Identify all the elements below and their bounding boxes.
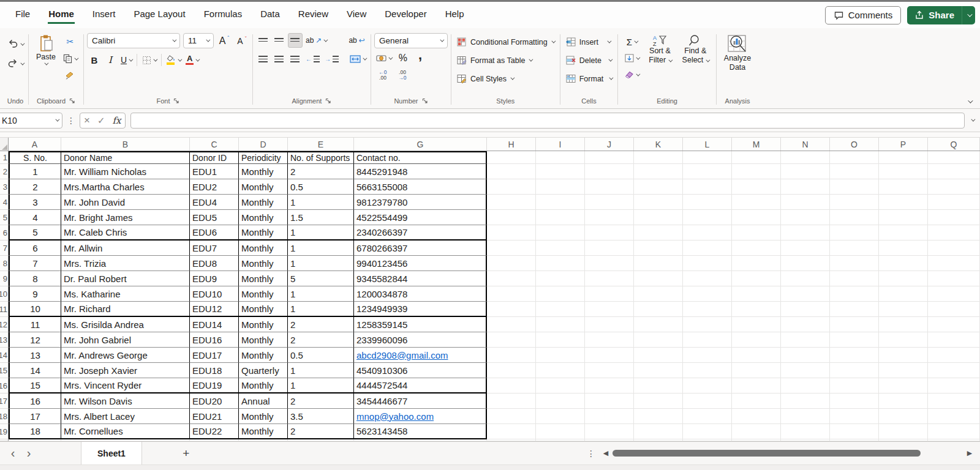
cell[interactable] — [683, 348, 732, 363]
cell[interactable] — [781, 241, 830, 256]
cell[interactable]: 9345582844 — [354, 271, 487, 286]
cell[interactable]: 17 — [9, 409, 61, 424]
decrease-decimal-button[interactable]: .00→0 — [395, 68, 410, 83]
row-header[interactable]: 15 — [0, 363, 9, 378]
align-top-button[interactable] — [256, 33, 271, 48]
column-header-C[interactable]: C — [190, 138, 239, 151]
cell[interactable] — [781, 409, 830, 424]
cell[interactable]: EDU20 — [190, 394, 239, 409]
menu-tab-file[interactable]: File — [6, 2, 39, 28]
cell[interactable]: Mr. John David — [61, 195, 190, 210]
cell[interactable] — [732, 256, 781, 271]
cell[interactable]: 15 — [9, 378, 61, 394]
cell[interactable]: EDU12 — [190, 302, 239, 317]
format-cells-button[interactable]: Format — [564, 71, 615, 86]
cell[interactable] — [585, 363, 634, 378]
cell[interactable] — [487, 317, 536, 332]
cell[interactable] — [487, 409, 536, 424]
cell[interactable] — [634, 317, 683, 332]
cell[interactable] — [928, 271, 980, 286]
cell[interactable] — [683, 164, 732, 179]
cell[interactable] — [585, 424, 634, 439]
comma-button[interactable]: , — [413, 51, 428, 65]
cell[interactable] — [732, 151, 781, 164]
cell[interactable] — [585, 348, 634, 363]
cell[interactable] — [634, 409, 683, 424]
cell[interactable]: No. of Supports — [288, 151, 354, 164]
cell[interactable] — [487, 302, 536, 317]
cell[interactable] — [487, 195, 536, 210]
cell[interactable]: 14 — [9, 363, 61, 378]
cell[interactable] — [536, 271, 585, 286]
cell[interactable]: 12 — [9, 332, 61, 348]
cell[interactable]: 18 — [9, 424, 61, 439]
cell[interactable] — [879, 151, 928, 164]
cell[interactable]: 1200034878 — [354, 286, 487, 302]
cell[interactable] — [928, 348, 980, 363]
accounting-format-button[interactable] — [374, 51, 393, 65]
cell[interactable] — [585, 195, 634, 210]
column-header-O[interactable]: O — [830, 138, 879, 151]
cell[interactable] — [830, 378, 879, 394]
cell[interactable] — [585, 225, 634, 241]
sheet-prev-icon[interactable]: ‹ — [5, 446, 21, 460]
cell[interactable] — [585, 332, 634, 348]
cell[interactable]: 0.5 — [288, 179, 354, 195]
cell[interactable] — [487, 271, 536, 286]
column-header-M[interactable]: M — [732, 138, 781, 151]
orientation-button[interactable]: ab↗ — [304, 33, 328, 48]
font-dialog-launcher[interactable] — [173, 98, 179, 104]
cell[interactable] — [634, 348, 683, 363]
cell[interactable]: 2339960096 — [354, 332, 487, 348]
font-color-button[interactable]: A — [184, 53, 200, 67]
cell[interactable] — [879, 241, 928, 256]
cell[interactable]: EDU7 — [190, 241, 239, 256]
cell[interactable] — [928, 241, 980, 256]
clear-button[interactable] — [622, 67, 641, 82]
cell[interactable] — [536, 332, 585, 348]
cell[interactable]: Monthly — [239, 225, 288, 241]
cell[interactable] — [781, 210, 830, 225]
cell[interactable] — [928, 378, 980, 394]
cell[interactable] — [683, 271, 732, 286]
cell[interactable] — [683, 210, 732, 225]
cell[interactable] — [536, 286, 585, 302]
row-header[interactable]: 3 — [0, 179, 9, 195]
cell[interactable] — [830, 210, 879, 225]
cell[interactable]: Ms. Katharine — [61, 286, 190, 302]
cell[interactable] — [879, 378, 928, 394]
column-header-K[interactable]: K — [634, 138, 683, 151]
cell[interactable] — [879, 348, 928, 363]
cell[interactable] — [536, 302, 585, 317]
formula-bar-expand-icon[interactable] — [971, 118, 975, 122]
cell[interactable]: 2 — [288, 164, 354, 179]
sheet-next-icon[interactable]: › — [21, 446, 37, 460]
cell[interactable] — [487, 332, 536, 348]
cell[interactable]: 2 — [288, 317, 354, 332]
row-header[interactable]: 2 — [0, 164, 9, 179]
cell[interactable]: EDU1 — [190, 164, 239, 179]
cell[interactable] — [732, 195, 781, 210]
cell[interactable] — [879, 409, 928, 424]
cell[interactable] — [487, 378, 536, 394]
cell[interactable]: 5 — [9, 225, 61, 241]
cell[interactable] — [536, 210, 585, 225]
delete-cells-button[interactable]: Delete — [564, 53, 614, 68]
cell[interactable] — [781, 302, 830, 317]
cell[interactable]: EDU22 — [190, 424, 239, 439]
cell[interactable]: Mrs.Martha Charles — [61, 179, 190, 195]
cell[interactable] — [634, 210, 683, 225]
cell[interactable] — [585, 179, 634, 195]
cell[interactable] — [879, 363, 928, 378]
cell[interactable] — [487, 210, 536, 225]
cell-styles-button[interactable]: Cell Styles — [454, 71, 516, 86]
menu-tab-data[interactable]: Data — [251, 2, 289, 28]
cell[interactable] — [928, 151, 980, 164]
cell[interactable]: Contact no. — [354, 151, 487, 164]
cell[interactable] — [928, 195, 980, 210]
cell[interactable] — [536, 348, 585, 363]
cell[interactable] — [928, 332, 980, 348]
column-header-D[interactable]: D — [239, 138, 288, 151]
column-header-I[interactable]: I — [536, 138, 585, 151]
add-sheet-button[interactable]: + — [178, 447, 195, 460]
